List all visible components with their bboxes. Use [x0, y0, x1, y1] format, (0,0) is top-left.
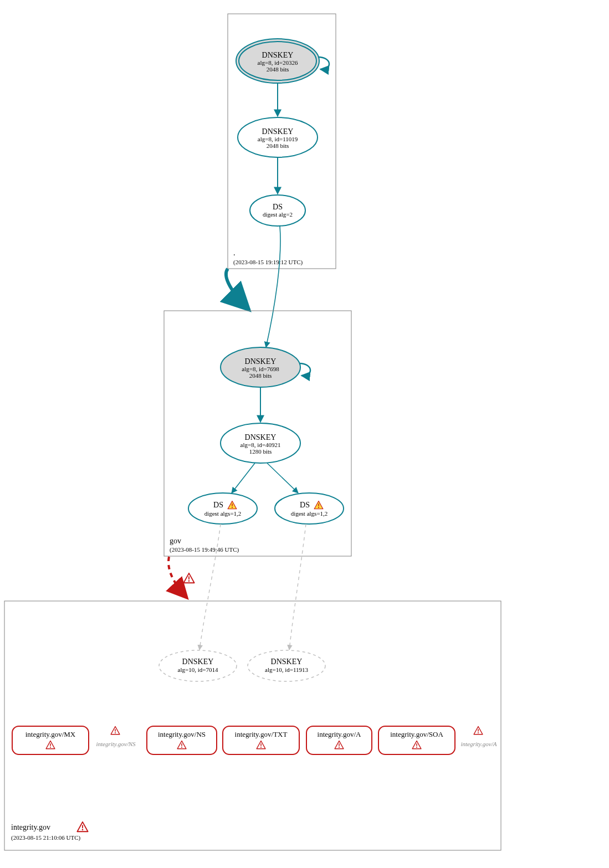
zone-gov: gov (2023-08-15 19:49:46 UTC) DNSKEY alg…: [164, 311, 351, 556]
edge-root-to-gov-zone: [226, 269, 249, 310]
svg-text:2048 bits: 2048 bits: [249, 372, 272, 379]
svg-text:integrity.gov/TXT: integrity.gov/TXT: [235, 730, 288, 738]
gov-ds1[interactable]: DS digest algs=1,2: [188, 493, 257, 524]
edge-govds1-to-k1: [199, 524, 221, 650]
svg-text:DS: DS: [273, 203, 283, 211]
zone-integrity: integrity.gov (2023-08-15 21:10:06 UTC) …: [4, 601, 501, 850]
zone-integrity-name: integrity.gov: [11, 823, 50, 831]
integrity-key2[interactable]: DNSKEY alg=10, id=11913: [248, 650, 325, 681]
svg-text:DNSKEY: DNSKEY: [245, 433, 277, 441]
error-icon: [474, 727, 483, 735]
rr-a-missing: integrity.gov/A: [460, 727, 497, 748]
svg-text:1280 bits: 1280 bits: [249, 448, 272, 455]
zone-integrity-timestamp: (2023-08-15 21:10:06 UTC): [11, 834, 81, 841]
svg-text:alg=8, id=7698: alg=8, id=7698: [242, 366, 279, 372]
zone-gov-name: gov: [170, 537, 181, 545]
svg-text:2048 bits: 2048 bits: [267, 142, 289, 149]
svg-text:DNSKEY: DNSKEY: [271, 658, 303, 666]
zone-root-timestamp: (2023-08-15 19:19:12 UTC): [233, 259, 303, 266]
svg-text:DNSKEY: DNSKEY: [262, 51, 294, 59]
svg-point-36: [248, 650, 325, 681]
rr-txt[interactable]: integrity.gov/TXT: [223, 726, 299, 754]
svg-text:DNSKEY: DNSKEY: [262, 127, 294, 136]
svg-text:DS: DS: [300, 501, 310, 509]
svg-text:2048 bits: 2048 bits: [267, 66, 289, 73]
svg-text:integrity.gov/MX: integrity.gov/MX: [25, 730, 76, 738]
svg-text:digest algs=1,2: digest algs=1,2: [291, 510, 328, 517]
svg-text:integrity.gov/NS: integrity.gov/NS: [158, 730, 206, 738]
rr-mx[interactable]: integrity.gov/MX: [12, 726, 89, 754]
zone-root-name: .: [233, 249, 236, 257]
gov-ds2[interactable]: DS digest algs=1,2: [275, 493, 344, 524]
zone-gov-timestamp: (2023-08-15 19:49:46 UTC): [170, 546, 239, 553]
error-icon: [183, 573, 194, 583]
svg-text:DNSKEY: DNSKEY: [182, 658, 214, 666]
gov-ksk[interactable]: DNSKEY alg=8, id=7698 2048 bits: [221, 347, 310, 387]
integrity-key1[interactable]: DNSKEY alg=10, id=7014: [159, 650, 237, 681]
edge-govds2-to-k2: [289, 524, 306, 650]
edge-gov-to-integrity-zone: [168, 557, 187, 598]
error-icon: [77, 822, 88, 831]
root-ds[interactable]: DS digest alg=2: [250, 195, 305, 226]
svg-text:alg=10, id=7014: alg=10, id=7014: [178, 666, 218, 673]
svg-text:alg=10, id=11913: alg=10, id=11913: [265, 666, 308, 673]
error-icon: [111, 727, 120, 735]
svg-text:integrity.gov/NS: integrity.gov/NS: [96, 741, 136, 747]
rr-a[interactable]: integrity.gov/A: [306, 726, 372, 754]
svg-text:digest algs=1,2: digest algs=1,2: [204, 510, 242, 517]
svg-text:DS: DS: [213, 501, 223, 509]
svg-text:alg=8, id=11019: alg=8, id=11019: [258, 136, 298, 142]
dnssec-diagram: . (2023-08-15 19:19:12 UTC) DNSKEY alg=8…: [0, 0, 609, 868]
svg-text:integrity.gov/SOA: integrity.gov/SOA: [390, 730, 443, 738]
root-ksk[interactable]: DNSKEY alg=8, id=20326 2048 bits: [236, 39, 329, 83]
rr-ns[interactable]: integrity.gov/NS: [147, 726, 217, 754]
svg-text:integrity.gov/A: integrity.gov/A: [318, 730, 362, 738]
rr-ns-missing: integrity.gov/NS: [96, 727, 136, 748]
edge-rootds-to-govksk: [266, 226, 280, 347]
svg-text:DNSKEY: DNSKEY: [245, 357, 277, 366]
svg-text:digest alg=2: digest alg=2: [263, 211, 293, 218]
gov-zsk[interactable]: DNSKEY alg=8, id=40921 1280 bits: [221, 423, 300, 463]
svg-point-33: [159, 650, 237, 681]
svg-text:alg=8, id=20326: alg=8, id=20326: [258, 59, 298, 66]
svg-text:alg=8, id=40921: alg=8, id=40921: [240, 441, 281, 448]
svg-text:integrity.gov/A: integrity.gov/A: [460, 741, 497, 747]
root-zsk[interactable]: DNSKEY alg=8, id=11019 2048 bits: [238, 117, 318, 157]
zone-root: . (2023-08-15 19:19:12 UTC) DNSKEY alg=8…: [228, 14, 336, 269]
rr-soa[interactable]: integrity.gov/SOA: [378, 726, 455, 754]
